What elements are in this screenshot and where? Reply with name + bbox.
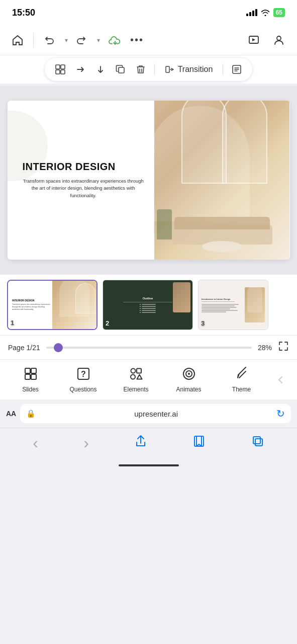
font-size-button[interactable]: AA [6, 410, 16, 418]
slide-body: Transform spaces into extraordinary expe… [23, 178, 144, 199]
slides-strip: INTERIOR DESIGN Transform spaces into ex… [0, 275, 297, 335]
svg-rect-2 [56, 65, 60, 69]
forward-button[interactable]: › [83, 434, 89, 452]
share-button[interactable] [134, 435, 147, 451]
thumb3-title: Introduction to Interior Design [202, 298, 243, 300]
cloud-save-button[interactable] [104, 32, 126, 49]
questions-icon: ? [76, 367, 90, 384]
nav-theme[interactable]: Theme [215, 363, 268, 397]
safari-toolbar: ‹ › [0, 428, 297, 458]
animates-icon [182, 367, 196, 384]
svg-point-20 [188, 373, 190, 375]
slides-label: Slides [22, 386, 39, 393]
nav-elements[interactable]: Elements [110, 363, 162, 397]
more-options-button[interactable]: ••• [126, 31, 148, 49]
slides-icon [24, 367, 38, 384]
slide-title: INTERIOR DESIGN [23, 161, 144, 173]
slide-background-image [154, 101, 290, 260]
undo-button[interactable] [40, 32, 59, 49]
svg-rect-4 [56, 70, 60, 74]
duplicate-button[interactable] [112, 61, 129, 78]
redo-group: ▾ [72, 32, 104, 49]
svg-point-1 [277, 36, 281, 40]
thumb1-body: Transform spaces into extraordinary expe… [12, 303, 50, 311]
signal-icon [246, 9, 257, 16]
slide-options-pill: Transition [45, 58, 253, 81]
nav-more[interactable] [268, 373, 293, 387]
questions-label: Questions [69, 386, 96, 393]
thumb3-number: 3 [201, 319, 205, 327]
animates-label: Animates [176, 386, 201, 393]
toolbar-separator [33, 33, 34, 48]
slide-content-left: INTERIOR DESIGN Transform spaces into ex… [8, 101, 154, 260]
home-indicator [0, 458, 297, 473]
layout-button[interactable] [52, 61, 69, 78]
svg-text:?: ? [81, 370, 86, 378]
toolbar-pill-separator2 [223, 64, 223, 75]
svg-rect-11 [25, 374, 30, 379]
undo-group: ▾ [40, 32, 72, 49]
present-button[interactable] [244, 31, 264, 49]
slide-thumbnail-1[interactable]: INTERIOR DESIGN Transform spaces into ex… [7, 280, 97, 330]
move-down-button[interactable] [92, 61, 109, 78]
status-time: 15:50 [12, 8, 35, 18]
thumb2-number: 2 [106, 319, 109, 327]
toolbar-right [244, 31, 289, 49]
canvas-area: INTERIOR DESIGN Transform spaces into ex… [0, 86, 297, 275]
slide-thumbnail-2[interactable]: Outline 2 [103, 280, 193, 330]
slide-image-right [154, 101, 290, 260]
theme-label: Theme [232, 386, 251, 393]
main-toolbar: ▾ ▾ ••• [0, 25, 297, 55]
home-bar [119, 464, 179, 466]
transition-button[interactable]: Transition [160, 61, 218, 77]
page-number: Page 1/21 [8, 344, 40, 352]
slide-toolbar: Transition [0, 55, 297, 84]
undo-dropdown[interactable]: ▾ [61, 34, 72, 47]
theme-icon [235, 367, 249, 384]
home-button[interactable] [8, 31, 27, 50]
nav-animates[interactable]: Animates [162, 363, 215, 397]
thumb2-title: Outline [143, 297, 153, 300]
transition-label: Transition [178, 65, 213, 74]
status-bar: 15:50 65 [0, 0, 297, 25]
nav-slides[interactable]: Slides [4, 363, 57, 397]
svg-rect-17 [131, 374, 135, 379]
delete-button[interactable] [132, 61, 149, 78]
redo-button[interactable] [72, 32, 91, 49]
fullscreen-button[interactable] [278, 341, 289, 354]
svg-rect-22 [253, 437, 260, 444]
notes-button[interactable] [228, 61, 245, 78]
svg-rect-3 [61, 65, 65, 69]
bottom-nav: Slides ? Questions Elements [0, 359, 297, 399]
move-right-button[interactable] [72, 61, 89, 78]
svg-point-15 [131, 368, 135, 373]
lock-icon: 🔒 [26, 409, 36, 418]
profile-button[interactable] [269, 31, 289, 49]
slider-thumb[interactable] [54, 343, 63, 352]
svg-rect-5 [61, 70, 65, 74]
wifi-icon [260, 9, 270, 16]
browser-bar: AA 🔒 upresenter.ai ↻ [0, 399, 297, 428]
nav-questions[interactable]: ? Questions [57, 363, 110, 397]
redo-dropdown[interactable]: ▾ [93, 34, 104, 47]
svg-rect-16 [137, 368, 141, 373]
page-info-bar: Page 1/21 28% [0, 335, 297, 359]
svg-rect-23 [255, 439, 262, 446]
page-slider[interactable] [46, 347, 252, 349]
svg-rect-12 [31, 374, 36, 379]
battery-icon: 65 [273, 8, 285, 17]
toolbar-pill-separator [154, 64, 155, 75]
url-bar[interactable]: 🔒 upresenter.ai ↻ [20, 404, 291, 423]
slide-thumbnail-3[interactable]: Introduction to Interior Design 3 [198, 280, 268, 330]
elements-label: Elements [123, 386, 148, 393]
status-icons: 65 [246, 8, 285, 17]
svg-rect-6 [119, 67, 124, 73]
refresh-button[interactable]: ↻ [276, 408, 285, 420]
tabs-button[interactable] [251, 435, 264, 451]
zoom-level: 28% [258, 344, 272, 352]
svg-rect-10 [31, 368, 36, 373]
main-slide[interactable]: INTERIOR DESIGN Transform spaces into ex… [8, 101, 290, 260]
url-text: upresenter.ai [39, 410, 273, 418]
bookmarks-button[interactable] [192, 435, 206, 451]
back-button[interactable]: ‹ [33, 434, 38, 452]
